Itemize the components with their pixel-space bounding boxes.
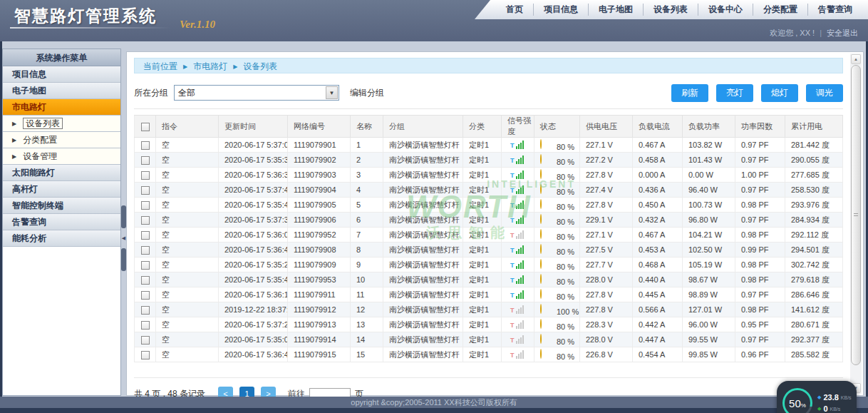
cell-power: 103.82 W bbox=[683, 138, 735, 153]
cell-category: 定时1 bbox=[463, 183, 502, 198]
collapse-cap-top bbox=[121, 205, 126, 228]
cell-group: 南沙横沥镇智慧灯杆 bbox=[383, 183, 463, 198]
nav-item-3[interactable]: 设备列表 bbox=[643, 4, 698, 16]
signal-good-icon: T bbox=[510, 185, 524, 194]
lightbulb-icon bbox=[540, 275, 548, 283]
welcome-text: 欢迎您 , XX ! bbox=[770, 29, 815, 37]
cell-power: 96.40 W bbox=[683, 183, 735, 198]
row-checkbox-cell bbox=[135, 213, 156, 228]
row-checkbox[interactable] bbox=[141, 141, 150, 150]
sidebar-item-label: 分类配置 bbox=[23, 135, 57, 145]
action-button-3[interactable]: 调光 bbox=[806, 84, 843, 102]
cell-current: 0.454 A bbox=[633, 347, 683, 362]
group-filter-label: 所在分组 bbox=[134, 87, 168, 99]
content-panel: 当前位置▶市电路灯▶设备列表 所在分组 全部 ▼ 编辑分组 刷新亮灯熄灯调光 指… bbox=[126, 51, 864, 396]
sidebar-item-7[interactable]: 高杆灯 bbox=[3, 181, 120, 198]
breadcrumb-item-1[interactable]: 设备列表 bbox=[243, 61, 277, 71]
cell-cmd: 空 bbox=[156, 138, 219, 153]
cell-energy: 293.976 度 bbox=[785, 198, 843, 213]
sidebar-item-0[interactable]: 项目信息 bbox=[3, 66, 120, 83]
table-row: 空2020-06-17 5:35:09111907991414南沙横沥镇智慧灯杆… bbox=[135, 332, 843, 347]
sidebar-item-4[interactable]: ▶分类配置 bbox=[3, 132, 120, 148]
lightbulb-icon bbox=[540, 335, 548, 343]
lightbulb-icon bbox=[540, 200, 548, 208]
sidebar-item-3[interactable]: ▶设备列表 bbox=[3, 116, 120, 132]
row-checkbox[interactable] bbox=[141, 231, 150, 240]
cell-power: 96.80 W bbox=[683, 213, 735, 228]
sidebar-item-8[interactable]: 智能控制终端 bbox=[3, 198, 120, 214]
cell-net_id: 1119079909 bbox=[288, 258, 351, 272]
cell-net_id: 1119079903 bbox=[288, 168, 351, 183]
row-checkbox[interactable] bbox=[141, 321, 150, 330]
row-checkbox[interactable] bbox=[141, 276, 150, 285]
breadcrumb-item-0[interactable]: 市电路灯 bbox=[193, 61, 227, 71]
cell-net_id: 1119079953 bbox=[288, 272, 351, 287]
net-monitor-widget[interactable]: 50% ◆ 23.8 KB/s ◆ 0 KB/s bbox=[777, 381, 857, 413]
signal-bad-icon: T bbox=[510, 350, 524, 359]
row-checkbox[interactable] bbox=[141, 156, 150, 165]
nav-item-2[interactable]: 电子地图 bbox=[588, 4, 643, 16]
action-button-0[interactable]: 刷新 bbox=[671, 84, 708, 102]
cell-signal: T bbox=[502, 243, 534, 258]
sidebar-item-6[interactable]: 太阳能路灯 bbox=[3, 165, 120, 181]
sidebar-item-10[interactable]: 能耗分析 bbox=[3, 230, 120, 247]
sidebar-item-2[interactable]: 市电路灯 bbox=[3, 99, 120, 116]
row-checkbox[interactable] bbox=[141, 216, 150, 225]
logout-link[interactable]: 安全退出 bbox=[827, 29, 858, 37]
upload-speed-row: ◆ 23.8 KB/s bbox=[817, 393, 852, 402]
row-checkbox[interactable] bbox=[141, 336, 150, 345]
cell-energy: 294.501 度 bbox=[785, 243, 843, 258]
cell-status: 80 % bbox=[534, 228, 580, 243]
cell-current: 0.436 A bbox=[633, 183, 683, 198]
cell-voltage: 228.0 V bbox=[580, 272, 633, 287]
cell-signal: T bbox=[502, 138, 534, 153]
row-checkbox[interactable] bbox=[141, 291, 150, 300]
row-checkbox[interactable] bbox=[141, 186, 150, 195]
dropdown-arrow-icon[interactable]: ▼ bbox=[326, 86, 338, 99]
nav-item-1[interactable]: 项目信息 bbox=[533, 4, 588, 16]
row-checkbox-cell bbox=[135, 258, 156, 272]
cell-power: 98.89 W bbox=[683, 287, 735, 302]
action-button-2[interactable]: 熄灯 bbox=[761, 84, 798, 102]
collapse-arrow-icon[interactable]: ◀ bbox=[121, 228, 126, 248]
cell-pf: 0.98 PF bbox=[735, 258, 785, 272]
cell-signal: T bbox=[502, 347, 534, 362]
cell-cmd: 空 bbox=[156, 213, 219, 228]
row-checkbox[interactable] bbox=[141, 246, 150, 255]
group-select[interactable]: 全部 ▼ bbox=[174, 85, 339, 101]
sidebar-item-5[interactable]: ▶设备管理 bbox=[3, 148, 120, 165]
app-header: 智慧路灯管理系统 Ver.1.10 首页项目信息电子地图设备列表设备中心分类配置… bbox=[0, 0, 868, 41]
scrollbar-thumb[interactable] bbox=[851, 65, 861, 365]
signal-good-icon: T bbox=[510, 260, 524, 269]
cell-net_id: 1119079913 bbox=[288, 317, 351, 332]
cell-name: 5 bbox=[351, 198, 383, 213]
cell-net_id: 1119079908 bbox=[288, 243, 351, 258]
sidebar-item-9[interactable]: 告警查询 bbox=[3, 214, 120, 230]
cell-current: 0.450 A bbox=[633, 198, 683, 213]
nav-item-5[interactable]: 分类配置 bbox=[753, 4, 807, 16]
row-checkbox[interactable] bbox=[141, 306, 150, 315]
cell-category: 定时1 bbox=[463, 302, 502, 317]
table-row: 空2020-06-17 5:36:47111907991515南沙横沥镇智慧灯杆… bbox=[135, 347, 843, 362]
edit-group-link[interactable]: 编辑分组 bbox=[350, 87, 384, 99]
lightbulb-icon bbox=[540, 245, 548, 253]
row-checkbox[interactable] bbox=[141, 171, 150, 180]
nav-item-4[interactable]: 设备中心 bbox=[698, 4, 753, 16]
sidebar-item-1[interactable]: 电子地图 bbox=[3, 83, 120, 99]
row-checkbox[interactable] bbox=[141, 261, 150, 270]
scroll-up-icon[interactable]: ▲ bbox=[851, 54, 861, 64]
cell-cmd: 空 bbox=[156, 198, 219, 213]
row-checkbox[interactable] bbox=[141, 351, 150, 360]
table-row: 空2020-06-17 5:35:48111907995310南沙横沥镇智慧灯杆… bbox=[135, 272, 843, 287]
row-checkbox[interactable] bbox=[141, 201, 150, 210]
group-select-value: 全部 bbox=[175, 87, 326, 99]
cell-status: 100 % bbox=[534, 302, 580, 317]
nav-item-0[interactable]: 首页 bbox=[496, 4, 533, 16]
select-all-checkbox[interactable] bbox=[141, 123, 150, 131]
cell-pf: 0.95 PF bbox=[735, 317, 785, 332]
vertical-scrollbar[interactable]: ▲ ▼ bbox=[850, 53, 862, 394]
cell-signal: T bbox=[502, 272, 534, 287]
nav-item-6[interactable]: 告警查询 bbox=[807, 4, 862, 16]
action-button-1[interactable]: 亮灯 bbox=[716, 84, 753, 102]
cell-pf: 0.97 PF bbox=[735, 332, 785, 347]
